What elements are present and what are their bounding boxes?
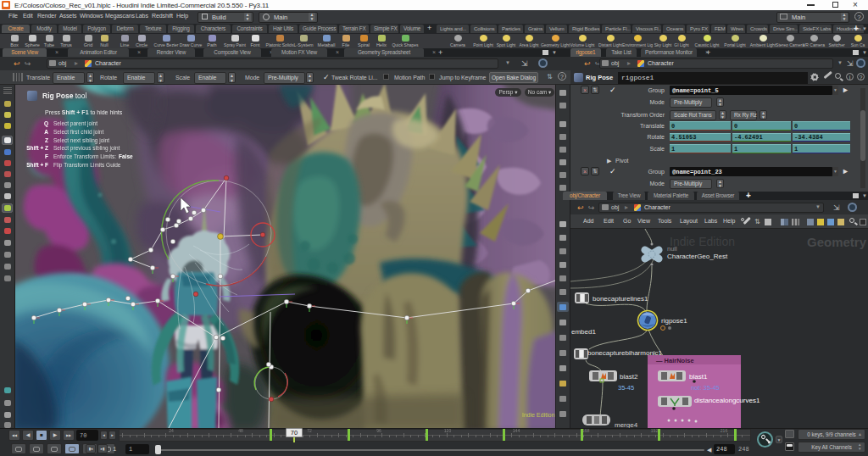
svg-text:merge4: merge4 [615,421,638,428]
svg-text:blast1: blast1 [689,373,708,381]
svg-text:— HairNoise: — HairNoise [656,357,694,364]
svg-text:bonecapturebiharmonic1: bonecapturebiharmonic1 [587,349,663,357]
svg-text:distancealongcurves1: distancealongcurves1 [694,397,760,404]
svg-text:Indie Edition: Indie Edition [670,235,735,248]
svg-text:embed1: embed1 [571,328,596,336]
svg-text:null: null [667,245,677,253]
svg-text:35-45: 35-45 [618,384,634,392]
svg-text:Geometry: Geometry [807,235,867,249]
svg-text:rigpose1: rigpose1 [661,317,687,325]
svg-text:not: 35-45: not: 35-45 [691,384,720,392]
svg-text:blast2: blast2 [620,373,638,381]
svg-text:bonecapturelines1: bonecapturelines1 [593,295,648,303]
svg-text:CharacterGeo_Rest: CharacterGeo_Rest [667,253,728,260]
